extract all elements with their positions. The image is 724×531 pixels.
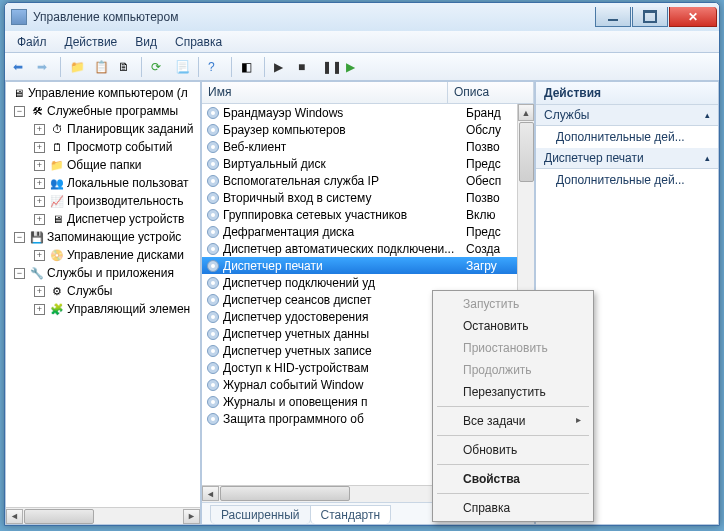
action-group-header[interactable]: Службы▴ bbox=[536, 105, 718, 126]
maximize-button[interactable] bbox=[632, 7, 668, 27]
service-row[interactable]: Браузер компьютеровОбслу bbox=[202, 121, 534, 138]
collapse-icon[interactable]: − bbox=[14, 268, 25, 279]
col-desc[interactable]: Описа bbox=[448, 82, 534, 103]
context-item[interactable]: Обновить bbox=[435, 439, 591, 461]
scroll-thumb[interactable] bbox=[220, 486, 350, 501]
menubar: Файл Действие Вид Справка bbox=[5, 31, 719, 53]
stop-button[interactable]: ■ bbox=[294, 56, 316, 78]
tree-item[interactable]: +📁Общие папки bbox=[8, 156, 200, 174]
tree-label: Диспетчер устройств bbox=[67, 212, 184, 226]
toolbar: ⬅ ➡ 📁 📋 🗎 ⟳ 📃 ? ◧ ▶ ■ ❚❚ ▶ bbox=[5, 53, 719, 81]
context-item[interactable]: Все задачи bbox=[435, 410, 591, 432]
refresh-button[interactable]: ⟳ bbox=[147, 56, 169, 78]
service-row[interactable]: Дефрагментация дискаПредс bbox=[202, 223, 534, 240]
collapse-icon[interactable]: − bbox=[14, 106, 25, 117]
titlebar[interactable]: Управление компьютером bbox=[5, 3, 719, 31]
properties-button[interactable]: 📋 bbox=[90, 56, 112, 78]
mmc-window: Управление компьютером Файл Действие Вид… bbox=[4, 2, 720, 526]
expand-icon[interactable]: + bbox=[34, 160, 45, 171]
tree-group[interactable]: −💾Запоминающие устройс bbox=[8, 228, 200, 246]
expand-icon[interactable]: + bbox=[34, 250, 45, 261]
scroll-thumb[interactable] bbox=[519, 122, 534, 182]
menu-view[interactable]: Вид bbox=[127, 33, 165, 51]
scroll-right-icon[interactable]: ► bbox=[183, 509, 200, 524]
action-item[interactable]: Дополнительные дей... bbox=[536, 169, 718, 191]
expand-icon[interactable]: + bbox=[34, 214, 45, 225]
service-row[interactable]: Диспетчер автоматических подключени...Со… bbox=[202, 240, 534, 257]
menu-help[interactable]: Справка bbox=[167, 33, 230, 51]
restart-button[interactable]: ▶ bbox=[342, 56, 364, 78]
menu-file[interactable]: Файл bbox=[9, 33, 55, 51]
svg-point-19 bbox=[211, 264, 215, 268]
service-row[interactable]: Группировка сетевых участниковВклю bbox=[202, 206, 534, 223]
forward-button[interactable]: ➡ bbox=[33, 56, 55, 78]
scroll-up-icon[interactable]: ▲ bbox=[518, 104, 534, 121]
context-item[interactable]: Свойства bbox=[435, 468, 591, 490]
collapse-icon: ▴ bbox=[705, 110, 710, 120]
service-name: Диспетчер учетных записе bbox=[223, 344, 463, 358]
tree-label: Управление компьютером (л bbox=[28, 86, 188, 100]
service-row[interactable]: Диспетчер печатиЗагру bbox=[202, 257, 534, 274]
context-item[interactable]: Перезапустить bbox=[435, 381, 591, 403]
pause-button[interactable]: ❚❚ bbox=[318, 56, 340, 78]
scroll-left-icon[interactable]: ◄ bbox=[202, 486, 219, 501]
service-row[interactable]: Вспомогательная служба IPОбесп bbox=[202, 172, 534, 189]
tree-label: Планировщик заданий bbox=[67, 122, 193, 136]
gear-icon bbox=[206, 225, 220, 239]
tree-group[interactable]: −🛠Служебные программы bbox=[8, 102, 200, 120]
tree-item[interactable]: +🧩Управляющий элемен bbox=[8, 300, 200, 318]
item-icon: 🧩 bbox=[49, 301, 65, 317]
collapse-icon[interactable]: − bbox=[14, 232, 25, 243]
back-button[interactable]: ⬅ bbox=[9, 56, 31, 78]
show-hide-button[interactable]: ◧ bbox=[237, 56, 259, 78]
expand-icon[interactable]: + bbox=[34, 178, 45, 189]
up-button[interactable]: 📁 bbox=[66, 56, 88, 78]
svg-point-27 bbox=[211, 332, 215, 336]
close-button[interactable] bbox=[669, 7, 717, 27]
start-button[interactable]: ▶ bbox=[270, 56, 292, 78]
group-icon: 💾 bbox=[29, 229, 45, 245]
svg-point-15 bbox=[211, 230, 215, 234]
tab-extended[interactable]: Расширенный bbox=[210, 505, 311, 524]
expand-icon[interactable]: + bbox=[34, 304, 45, 315]
tree-hscroll[interactable]: ◄ ► bbox=[6, 507, 200, 524]
expand-icon[interactable]: + bbox=[34, 142, 45, 153]
scroll-thumb[interactable] bbox=[24, 509, 94, 524]
tab-standard[interactable]: Стандартн bbox=[310, 505, 392, 524]
tree-label: Управляющий элемен bbox=[67, 302, 190, 316]
action-item[interactable]: Дополнительные дей... bbox=[536, 126, 718, 148]
minimize-button[interactable] bbox=[595, 7, 631, 27]
service-row[interactable]: Вторичный вход в системуПозво bbox=[202, 189, 534, 206]
tree-label: Общие папки bbox=[67, 158, 141, 172]
tree-root[interactable]: 🖥Управление компьютером (л bbox=[8, 84, 200, 102]
tree-item[interactable]: +⏱Планировщик заданий bbox=[8, 120, 200, 138]
svg-point-23 bbox=[211, 298, 215, 302]
expand-icon[interactable]: + bbox=[34, 124, 45, 135]
expand-icon[interactable]: + bbox=[34, 196, 45, 207]
service-row[interactable]: Виртуальный дискПредс bbox=[202, 155, 534, 172]
svg-point-11 bbox=[211, 196, 215, 200]
tree-item[interactable]: +📀Управление дисками bbox=[8, 246, 200, 264]
tree-item[interactable]: +👥Локальные пользоват bbox=[8, 174, 200, 192]
tree-item[interactable]: +🗒Просмотр событий bbox=[8, 138, 200, 156]
export-list-button[interactable]: 📃 bbox=[171, 56, 193, 78]
expand-icon[interactable]: + bbox=[34, 286, 45, 297]
tree-item[interactable]: +⚙Службы bbox=[8, 282, 200, 300]
service-row[interactable]: Брандмауэр WindowsБранд bbox=[202, 104, 534, 121]
tree-item[interactable]: +🖥Диспетчер устройств bbox=[8, 210, 200, 228]
tree-item[interactable]: +📈Производительность bbox=[8, 192, 200, 210]
service-name: Доступ к HID-устройствам bbox=[223, 361, 463, 375]
service-row[interactable]: Диспетчер подключений уд bbox=[202, 274, 534, 291]
context-item[interactable]: Остановить bbox=[435, 315, 591, 337]
gear-icon bbox=[206, 174, 220, 188]
context-item[interactable]: Справка bbox=[435, 497, 591, 519]
service-row[interactable]: Веб-клиентПозво bbox=[202, 138, 534, 155]
export-button[interactable]: 🗎 bbox=[114, 56, 136, 78]
menu-action[interactable]: Действие bbox=[57, 33, 126, 51]
help-button[interactable]: ? bbox=[204, 56, 226, 78]
col-name[interactable]: Имя bbox=[202, 82, 448, 103]
scroll-left-icon[interactable]: ◄ bbox=[6, 509, 23, 524]
tree-group[interactable]: −🔧Службы и приложения bbox=[8, 264, 200, 282]
action-group-header[interactable]: Диспетчер печати▴ bbox=[536, 148, 718, 169]
gear-icon bbox=[206, 276, 220, 290]
